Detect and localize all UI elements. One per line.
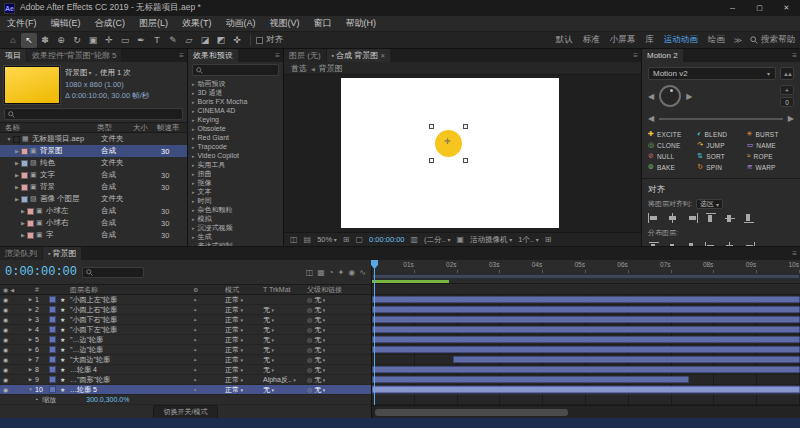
trkmat-dropdown[interactable]: 无 [263, 355, 307, 365]
effects-category[interactable]: Keying [188, 115, 283, 124]
twirl-icon[interactable]: ▶ [13, 160, 21, 166]
comp-mini-flowchart-icon[interactable]: ◫ [306, 268, 314, 277]
tool-icon[interactable]: ↻ [69, 33, 85, 48]
layer-name[interactable]: …"圆形"轮廓 [70, 375, 193, 385]
channel-icon[interactable]: ▥ [411, 235, 419, 244]
tab-timeline-comp[interactable]: 背景图 [43, 247, 81, 260]
workspace-tab[interactable]: 运动动画 [659, 34, 703, 46]
align-left-button[interactable] [648, 213, 660, 223]
twirl-icon[interactable]: ▶ [19, 220, 27, 226]
project-item[interactable]: ▶ ▣ 字 合成 30 [0, 229, 187, 241]
eye-header-icon[interactable] [3, 286, 8, 293]
snap-checkbox[interactable] [256, 37, 263, 44]
tool-icon[interactable]: ◪ [197, 33, 213, 48]
twirl-icon[interactable]: ▶ [13, 184, 21, 190]
effects-category[interactable]: Red Giant [188, 133, 283, 142]
view-layout-dropdown[interactable]: 1个.. [518, 235, 539, 245]
tool-icon[interactable]: ✛ [101, 33, 117, 48]
distribute-center-horizontal-button[interactable] [724, 242, 736, 246]
blend-mode-dropdown[interactable]: 正常 [225, 305, 263, 315]
project-item[interactable]: ▶ ▣ 背景图 合成 30 [0, 145, 187, 157]
effects-category[interactable]: 时间 [188, 196, 283, 205]
layer-duration-bar[interactable] [372, 366, 800, 373]
twirl-icon[interactable]: ▶ [13, 148, 21, 154]
distribute-right-button[interactable] [743, 242, 755, 246]
scrollbar-thumb[interactable] [375, 409, 568, 416]
pickwhip-icon[interactable] [307, 296, 312, 303]
minimize-button[interactable]: ─ [719, 0, 746, 16]
column-mode[interactable]: 模式 [225, 285, 263, 295]
visibility-icon[interactable] [3, 386, 8, 393]
tool-icon[interactable]: ▭ [117, 33, 133, 48]
motion-tool-button[interactable]: ↷ JUMP [697, 141, 744, 149]
twirl-icon[interactable]: ▶ [26, 367, 35, 372]
audio-header-icon[interactable] [10, 286, 14, 293]
effects-category[interactable]: 表达式控制 [188, 241, 283, 246]
layer-name[interactable]: "小圆上右"轮廓 [70, 305, 193, 315]
motion-tool-button[interactable]: ⊘ NULL [648, 152, 695, 160]
layer-switches[interactable] [193, 336, 225, 343]
workspace-tab[interactable]: 绘画 [703, 34, 730, 46]
twirl-icon[interactable]: ▶ [26, 377, 35, 382]
visibility-icon[interactable] [3, 366, 8, 373]
visibility-icon[interactable] [3, 346, 8, 353]
project-item[interactable]: ▶ ▣ 小球左 合成 30 [0, 205, 187, 217]
layer-duration-bar[interactable] [372, 336, 800, 343]
column-parent[interactable]: 父级和链接 [307, 285, 371, 295]
parent-dropdown[interactable]: 无 [314, 335, 325, 345]
property-value[interactable]: 300.0,300.0% [86, 396, 129, 403]
label-color-chip[interactable] [49, 356, 56, 363]
parent-dropdown[interactable]: 无 [314, 375, 325, 385]
twirl-icon[interactable]: ▶ [13, 172, 21, 178]
align-bottom-button[interactable] [743, 213, 755, 223]
blend-mode-dropdown[interactable]: 正常 [225, 375, 263, 385]
close-button[interactable]: ✕ [773, 0, 800, 16]
tool-icon[interactable]: ⌂ [5, 33, 21, 48]
shy-icon[interactable]: ◔ [329, 268, 334, 277]
layer-row[interactable]: ▼ 10 …轮廓 5 正常 无 无 [0, 385, 371, 395]
motion-tool-button[interactable]: ≋ WARP [747, 163, 794, 171]
draft3d-icon[interactable]: ▦ [317, 268, 325, 277]
project-item[interactable]: ▼ ▦ 无标题项目.aep 文件夹 [0, 133, 187, 145]
label-color-chip[interactable] [49, 366, 56, 373]
layer-duration-bar[interactable] [453, 356, 800, 363]
tab-comp-viewer[interactable]: 合成 背景图 [327, 49, 391, 62]
layer-duration-bar[interactable] [372, 386, 800, 393]
label-color-chip[interactable] [49, 316, 56, 323]
layer-name[interactable]: "小圆下左"轮廓 [70, 325, 193, 335]
layer-duration-bar[interactable] [372, 346, 800, 353]
distribute-center-vertical-button[interactable] [667, 242, 679, 246]
tool-icon[interactable]: ◩ [213, 33, 229, 48]
pixel-aspect-icon[interactable]: ⊞ [545, 235, 552, 244]
tool-icon[interactable]: ⊕ [53, 33, 69, 48]
property-row-scale[interactable]: 缩放 300.0,300.0% [0, 395, 371, 405]
work-area-bar[interactable] [372, 274, 800, 279]
trkmat-dropdown[interactable]: 无 [263, 315, 307, 325]
parent-dropdown[interactable]: 无 [314, 355, 325, 365]
trkmat-dropdown[interactable]: 无 [263, 385, 307, 395]
trkmat-dropdown[interactable]: 无 [263, 305, 307, 315]
twirl-icon[interactable]: ▶ [19, 208, 27, 214]
layer-name[interactable]: …轮廓 5 [70, 385, 193, 395]
motion-tool-button[interactable]: ≈ ROPE [747, 152, 794, 160]
blend-mode-dropdown[interactable]: 正常 [225, 355, 263, 365]
twirl-icon[interactable]: ▶ [26, 307, 35, 312]
menu-item[interactable]: 合成(C) [88, 17, 133, 30]
tab-motion2[interactable]: Motion 2 [642, 49, 683, 62]
twirl-icon[interactable]: ▶ [19, 232, 27, 238]
label-color-chip[interactable] [49, 326, 56, 333]
effects-search-input[interactable] [192, 64, 279, 76]
menu-item[interactable]: 图层(L) [132, 17, 175, 30]
align-center-horizontal-button[interactable] [667, 213, 679, 223]
effects-category[interactable]: CINEMA 4D [188, 106, 283, 115]
parent-dropdown[interactable]: 无 [314, 345, 325, 355]
viewer-timecode[interactable]: 0:00:00:00 [369, 235, 404, 244]
menu-item[interactable]: 视图(V) [263, 17, 307, 30]
label-color-chip[interactable] [27, 232, 34, 239]
menu-item[interactable]: 动画(A) [219, 17, 263, 30]
align-top-button[interactable] [705, 213, 717, 223]
layer-name[interactable]: "…边"轮廓 [70, 345, 193, 355]
pickwhip-icon[interactable] [307, 356, 312, 363]
selection-handle[interactable] [429, 158, 434, 163]
tool-icon[interactable]: ✜ [229, 33, 245, 48]
